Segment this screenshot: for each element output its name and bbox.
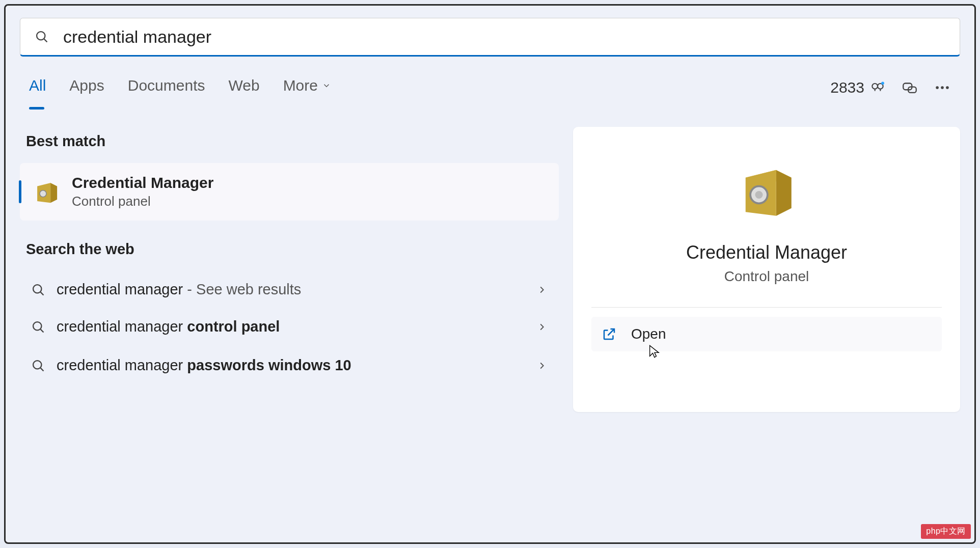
more-options-icon[interactable] xyxy=(934,79,951,96)
chevron-right-icon xyxy=(536,321,548,333)
search-input[interactable] xyxy=(63,27,945,47)
best-match-heading: Best match xyxy=(26,133,559,150)
svg-point-18 xyxy=(33,361,41,369)
svg-point-4 xyxy=(881,81,884,85)
svg-line-1 xyxy=(44,39,47,42)
svg-point-8 xyxy=(941,86,944,89)
chevron-right-icon xyxy=(536,360,548,371)
detail-title: Credential Manager xyxy=(686,242,847,263)
svg-point-14 xyxy=(33,285,41,293)
tab-all[interactable]: All xyxy=(29,77,46,98)
best-match-result[interactable]: Credential Manager Control panel xyxy=(20,163,559,221)
web-result-1[interactable]: credential manager control panel xyxy=(20,308,559,345)
web-result-0[interactable]: credential manager - See web results xyxy=(20,271,559,308)
svg-point-24 xyxy=(755,191,763,199)
search-icon xyxy=(31,359,45,373)
chevron-right-icon xyxy=(536,284,548,295)
open-external-icon xyxy=(602,326,617,342)
svg-point-0 xyxy=(37,32,45,40)
svg-point-2 xyxy=(872,84,878,89)
tab-documents[interactable]: Documents xyxy=(128,77,205,98)
detail-subtitle: Control panel xyxy=(724,268,809,285)
rewards-points[interactable]: 2833 xyxy=(830,79,886,96)
tab-more-label: More xyxy=(283,77,318,94)
search-bar[interactable] xyxy=(20,18,960,57)
web-result-text: credential manager - See web results xyxy=(57,281,525,298)
open-button[interactable]: Open xyxy=(591,317,942,351)
svg-point-9 xyxy=(946,86,949,89)
result-detail-panel: Credential Manager Control panel Open xyxy=(573,127,960,412)
best-match-subtitle: Control panel xyxy=(72,194,213,209)
chevron-down-icon xyxy=(322,81,331,90)
web-result-text: credential manager passwords windows 10 xyxy=(57,355,525,375)
search-icon xyxy=(31,320,45,334)
cursor-icon xyxy=(647,342,662,361)
watermark: php中文网 xyxy=(921,524,971,539)
search-web-heading: Search the web xyxy=(26,241,559,258)
search-icon xyxy=(31,283,45,297)
rewards-points-value: 2833 xyxy=(830,79,864,96)
svg-point-13 xyxy=(40,190,46,197)
web-result-2[interactable]: credential manager passwords windows 10 xyxy=(20,345,559,386)
svg-marker-21 xyxy=(776,170,792,216)
open-label: Open xyxy=(631,326,666,342)
divider xyxy=(591,307,942,308)
tab-web[interactable]: Web xyxy=(228,77,259,98)
credential-manager-large-icon xyxy=(731,155,802,227)
svg-point-16 xyxy=(33,322,41,330)
tab-apps[interactable]: Apps xyxy=(69,77,104,98)
search-icon xyxy=(35,30,49,44)
svg-line-17 xyxy=(41,329,44,332)
tab-more[interactable]: More xyxy=(283,77,331,98)
best-match-title: Credential Manager xyxy=(72,174,213,191)
svg-line-15 xyxy=(41,292,44,295)
trophy-icon xyxy=(869,79,886,96)
svg-marker-11 xyxy=(50,183,57,203)
chat-icon[interactable] xyxy=(901,79,918,96)
svg-line-19 xyxy=(41,368,44,371)
web-result-text: credential manager control panel xyxy=(57,318,525,335)
credential-manager-icon xyxy=(33,179,60,205)
filter-tabs-row: All Apps Documents Web More 2833 xyxy=(20,77,960,98)
svg-point-7 xyxy=(936,86,939,89)
